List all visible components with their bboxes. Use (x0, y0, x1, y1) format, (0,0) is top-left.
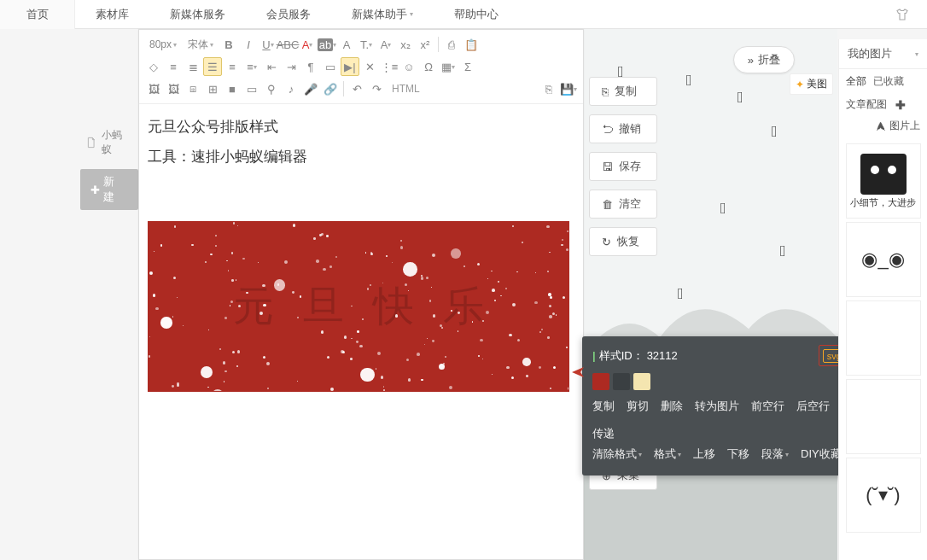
tshirt-icon[interactable] (895, 7, 910, 22)
nav-member-service[interactable]: 会员服务 (246, 0, 331, 29)
tab-home[interactable]: 首页 (0, 0, 75, 29)
chevron-down-icon: ▾ (410, 10, 413, 18)
nav-newmedia-service[interactable]: 新媒体服务 (149, 0, 246, 29)
nav-newmedia-assistant[interactable]: 新媒体助手▾ (331, 0, 434, 29)
nav-help[interactable]: 帮助中心 (434, 0, 519, 29)
nav-materials[interactable]: 素材库 (75, 0, 149, 29)
top-nav: 首页 素材库 新媒体服务 会员服务 新媒体助手▾ 帮助中心 (0, 0, 927, 29)
